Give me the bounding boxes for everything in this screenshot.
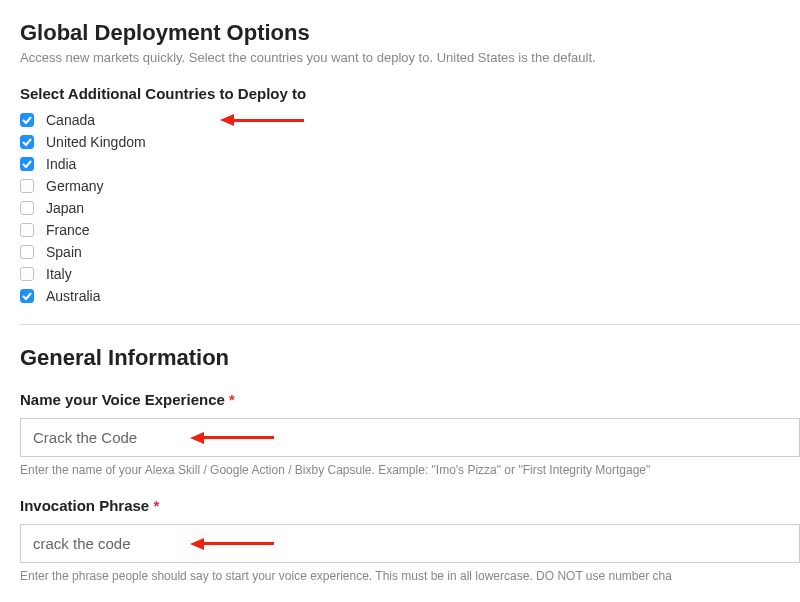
country-label: Spain (46, 244, 82, 260)
checkbox-icon[interactable] (20, 113, 34, 127)
required-indicator: * (153, 497, 159, 514)
country-row-spain[interactable]: Spain (20, 244, 800, 260)
country-label: Australia (46, 288, 100, 304)
section-divider (20, 324, 800, 325)
country-label: France (46, 222, 90, 238)
country-row-germany[interactable]: Germany (20, 178, 800, 194)
invocation-field-label: Invocation Phrase * (20, 497, 800, 514)
page-subtitle: Access new markets quickly. Select the c… (20, 50, 800, 65)
checkbox-icon[interactable] (20, 267, 34, 281)
checkbox-icon[interactable] (20, 289, 34, 303)
country-label: Germany (46, 178, 104, 194)
required-indicator: * (229, 391, 235, 408)
country-label: Japan (46, 200, 84, 216)
checkbox-icon[interactable] (20, 223, 34, 237)
checkbox-icon[interactable] (20, 179, 34, 193)
page-title: Global Deployment Options (20, 20, 800, 46)
checkbox-icon[interactable] (20, 135, 34, 149)
name-field-label: Name your Voice Experience * (20, 391, 800, 408)
country-label: India (46, 156, 76, 172)
countries-list: Canada United Kingdom India Germany Japa… (20, 112, 800, 304)
country-row-australia[interactable]: Australia (20, 288, 800, 304)
country-row-italy[interactable]: Italy (20, 266, 800, 282)
countries-section-label: Select Additional Countries to Deploy to (20, 85, 800, 102)
country-row-uk[interactable]: United Kingdom (20, 134, 800, 150)
checkbox-icon[interactable] (20, 201, 34, 215)
country-label: United Kingdom (46, 134, 146, 150)
checkbox-icon[interactable] (20, 157, 34, 171)
country-row-japan[interactable]: Japan (20, 200, 800, 216)
country-row-canada[interactable]: Canada (20, 112, 800, 128)
general-info-title: General Information (20, 345, 800, 371)
checkbox-icon[interactable] (20, 245, 34, 259)
invocation-phrase-input[interactable] (20, 524, 800, 563)
name-field-help: Enter the name of your Alexa Skill / Goo… (20, 463, 800, 477)
country-label: Italy (46, 266, 72, 282)
country-row-india[interactable]: India (20, 156, 800, 172)
country-label: Canada (46, 112, 95, 128)
invocation-field-help: Enter the phrase people should say to st… (20, 569, 800, 583)
country-row-france[interactable]: France (20, 222, 800, 238)
annotation-arrow-icon (220, 114, 304, 126)
voice-experience-name-input[interactable] (20, 418, 800, 457)
